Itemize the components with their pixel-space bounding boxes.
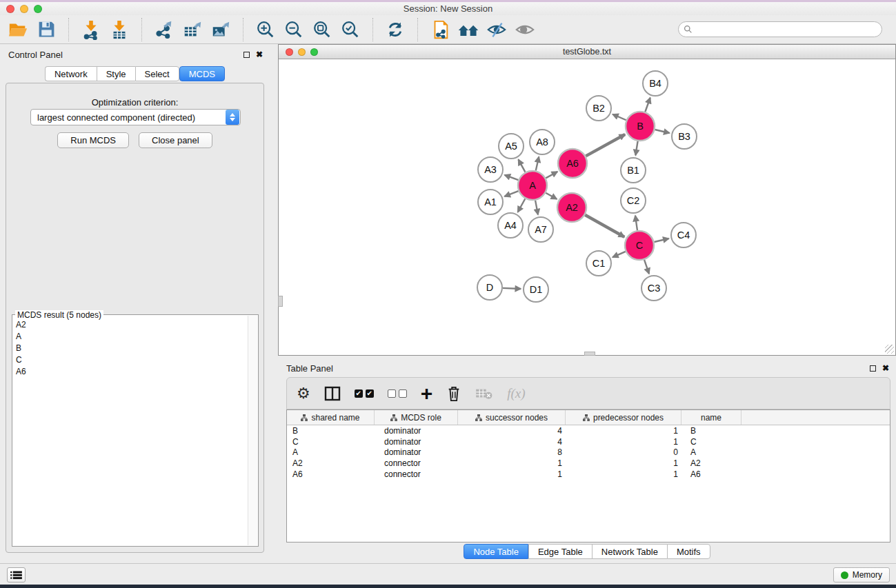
- splitter-handle-left[interactable]: [278, 296, 283, 307]
- column-header-shared-name[interactable]: shared name: [287, 410, 375, 425]
- import-network-button[interactable]: [80, 19, 102, 41]
- table-cell[interactable]: A6: [287, 469, 375, 480]
- graph-edge-C-C4[interactable]: [654, 239, 668, 242]
- task-history-button[interactable]: [7, 567, 26, 582]
- graph-edge-C-C3[interactable]: [644, 260, 649, 274]
- tab-select[interactable]: Select: [135, 66, 179, 81]
- table-cell[interactable]: B: [287, 425, 375, 436]
- run-mcds-button[interactable]: Run MCDS: [57, 132, 129, 148]
- table-cell[interactable]: A: [681, 447, 741, 458]
- hide-graphics-button[interactable]: [486, 19, 508, 41]
- home-views-button[interactable]: [457, 19, 479, 41]
- network-close-button[interactable]: [286, 48, 293, 56]
- tab-mcds[interactable]: MCDS: [179, 66, 225, 81]
- session-document-button[interactable]: [429, 19, 451, 41]
- float-panel-icon[interactable]: [243, 52, 250, 58]
- table-cell[interactable]: C: [287, 436, 375, 447]
- mcds-result-item[interactable]: A2: [12, 318, 247, 330]
- optimization-criterion-select[interactable]: largest connected component (directed): [30, 109, 241, 125]
- table-cell[interactable]: 1: [566, 469, 681, 480]
- tab-network-table[interactable]: Network Table: [592, 544, 667, 559]
- table-cell[interactable]: 8: [458, 447, 566, 458]
- table-cell[interactable]: 1: [566, 425, 681, 436]
- table-row[interactable]: Bdominator41B: [287, 425, 890, 436]
- graph-edge-B-B4[interactable]: [645, 98, 650, 112]
- delete-row-button[interactable]: [446, 383, 461, 404]
- add-row-button[interactable]: +: [421, 383, 433, 404]
- network-minimize-button[interactable]: [298, 48, 306, 56]
- memory-button[interactable]: Memory: [833, 567, 890, 582]
- table-cell[interactable]: A: [287, 447, 375, 458]
- select-all-checks-button[interactable]: ✔ ✔: [355, 383, 374, 404]
- close-panel-button[interactable]: Close panel: [139, 132, 212, 148]
- table-cell[interactable]: 4: [458, 425, 566, 436]
- zoom-in-button[interactable]: [255, 19, 277, 41]
- close-panel-icon[interactable]: ✖: [256, 52, 263, 58]
- import-table-button[interactable]: [108, 19, 130, 41]
- table-cell[interactable]: dominator: [375, 425, 458, 436]
- network-canvas[interactable]: B4B2BB3A8A5A6A3B1AA1C2A2A4A7C4CC1C3DD1: [279, 59, 895, 355]
- mcds-result-item[interactable]: A6: [12, 365, 247, 377]
- graph-edge-A-A7[interactable]: [535, 201, 538, 215]
- network-window-titlebar[interactable]: testGlobe.txt: [279, 45, 895, 59]
- mcds-result-item[interactable]: B: [12, 342, 247, 354]
- zoom-out-button[interactable]: [283, 19, 305, 41]
- graph-edge-A2-C[interactable]: [585, 215, 624, 237]
- table-cell[interactable]: A2: [681, 458, 741, 469]
- table-cell[interactable]: 4: [458, 436, 566, 447]
- table-settings-button[interactable]: ⚙: [297, 383, 310, 404]
- search-field[interactable]: [678, 21, 882, 37]
- tab-style[interactable]: Style: [97, 66, 135, 81]
- table-cell[interactable]: 1: [566, 458, 681, 469]
- mcds-result-item[interactable]: A: [12, 330, 247, 342]
- table-cell[interactable]: 1: [566, 436, 681, 447]
- minimize-window-button[interactable]: [20, 5, 28, 13]
- export-table-button[interactable]: [181, 19, 203, 41]
- float-table-panel-icon[interactable]: [870, 365, 876, 372]
- table-cell[interactable]: B: [681, 425, 741, 436]
- search-input[interactable]: [696, 25, 868, 34]
- delete-table-button[interactable]: [475, 383, 493, 404]
- network-zoom-button[interactable]: [310, 48, 318, 56]
- graph-edge-B-B1[interactable]: [635, 141, 637, 156]
- function-builder-button[interactable]: f(x): [507, 383, 525, 404]
- table-cell[interactable]: A2: [287, 458, 375, 469]
- zoom-window-button[interactable]: [34, 5, 42, 13]
- table-cell[interactable]: connector: [375, 458, 458, 469]
- mcds-result-item[interactable]: C: [12, 354, 247, 365]
- table-row[interactable]: A2connector11A2: [287, 458, 890, 469]
- graph-edge-A-A5[interactable]: [519, 159, 526, 172]
- export-image-button[interactable]: [210, 19, 232, 41]
- graph-edge-A-A1[interactable]: [504, 191, 518, 196]
- close-table-panel-icon[interactable]: ✖: [882, 365, 889, 372]
- window-resize-grip[interactable]: [885, 345, 894, 354]
- column-header-predecessor-nodes[interactable]: predecessor nodes: [566, 410, 681, 425]
- graph-edge-A-A8[interactable]: [536, 156, 539, 170]
- tab-network[interactable]: Network: [45, 66, 97, 81]
- graph-edge-B-B2[interactable]: [613, 114, 626, 121]
- table-row[interactable]: Adominator80A: [287, 447, 890, 458]
- zoom-fit-button[interactable]: [311, 19, 333, 41]
- table-cell[interactable]: A6: [681, 469, 741, 480]
- graph-edge-A6-B[interactable]: [586, 134, 625, 156]
- tab-node-table[interactable]: Node Table: [464, 544, 528, 559]
- graph-edge-B-B3[interactable]: [655, 130, 669, 133]
- table-row[interactable]: A6connector11A6: [287, 469, 890, 480]
- table-cell[interactable]: 1: [458, 469, 566, 480]
- graph-edge-A-A4[interactable]: [518, 199, 526, 212]
- save-session-button[interactable]: [35, 19, 57, 41]
- export-network-button[interactable]: [153, 19, 175, 41]
- table-cell[interactable]: 1: [458, 458, 566, 469]
- clear-checks-button[interactable]: [388, 383, 407, 404]
- column-header-name[interactable]: name: [681, 410, 741, 425]
- graph-edge-C-C2[interactable]: [635, 216, 637, 230]
- zoom-selected-button[interactable]: [339, 19, 361, 41]
- table-cell[interactable]: connector: [375, 469, 458, 480]
- table-cell[interactable]: 0: [566, 447, 681, 458]
- column-layout-button[interactable]: [324, 383, 341, 404]
- table-cell[interactable]: C: [681, 436, 741, 447]
- column-header-mcds-role[interactable]: MCDS role: [375, 410, 458, 425]
- column-header-successor-nodes[interactable]: successor nodes: [458, 410, 566, 425]
- graph-edge-A-A2[interactable]: [546, 193, 557, 199]
- refresh-layout-button[interactable]: [384, 19, 406, 41]
